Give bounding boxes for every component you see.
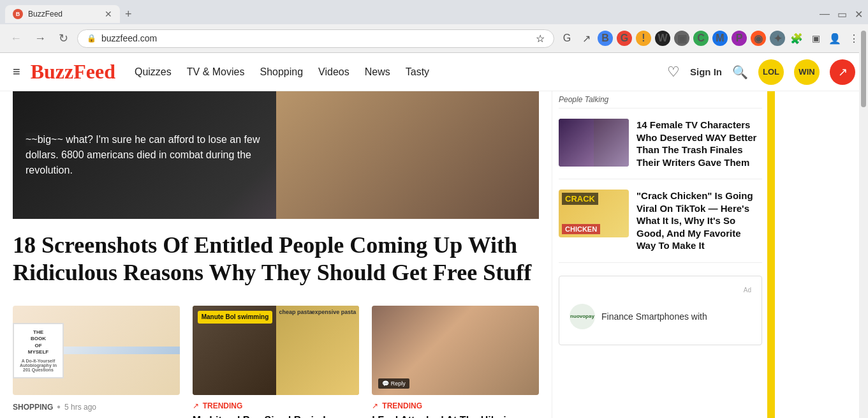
article-card-image-3: 💬 Reply (372, 306, 539, 395)
win-badge[interactable]: WIN (794, 59, 820, 85)
address-input[interactable] (101, 33, 531, 43)
ad-text: Finance Smartphones with (601, 311, 707, 322)
browser-extensions: G ↗ B G ! W ▣ C M P ◉ ✦ 🧩 ▣ 👤 ⋮ (559, 31, 862, 46)
search-icon[interactable]: 🔍 (732, 64, 748, 80)
article-card-meta-1: Shopping • 5 hrs ago (13, 401, 180, 413)
window-close-button[interactable]: ✕ (855, 8, 863, 20)
nav-tasty[interactable]: Tasty (406, 66, 429, 78)
profile-icon[interactable]: 👤 (827, 31, 842, 46)
browser-chrome: B BuzzFeed ✕ + — ▭ ✕ ← → ↻ 🔒 ☆ G ↗ B G !… (0, 0, 868, 53)
book-cover-placeholder: THEBOOKOFMYSELF A Do-It-Yourself Autobio… (13, 323, 64, 378)
overlay-manute: Manute Bol swimming (198, 311, 273, 324)
hero-image: ~~big~~ what? I'm sure he can afford to … (13, 91, 539, 219)
article-card-3: 💬 Reply ↗ Trending I Feel Attacked At Th… (372, 306, 539, 418)
nav-right: ♡ Sign In 🔍 LOL WIN ↗ (667, 59, 855, 85)
article-card-image-1: THEBOOKOFMYSELF A Do-It-Yourself Autobio… (13, 306, 180, 395)
reload-button[interactable]: ↻ (55, 29, 72, 48)
ext-icon-5[interactable]: W (655, 31, 670, 46)
ext-icon-11[interactable]: ✦ (770, 31, 785, 46)
main-layout: ~~big~~ what? I'm sure he can afford to … (0, 91, 868, 418)
ad-logo-text: nuovopay (570, 313, 594, 319)
ext-icon-8[interactable]: M (712, 31, 728, 46)
sidebar-title-chicken: "Crack Chicken" Is Going Viral On TikTok… (636, 190, 762, 252)
ext-icon-12[interactable]: ▣ (808, 31, 823, 46)
article-category-2: Trending (203, 401, 243, 410)
content-area: ~~big~~ what? I'm sure he can afford to … (0, 91, 552, 418)
expensive-pasta-label: expensive pasta (312, 309, 357, 315)
sidebar: People Talking 14 Female TV Characters W… (552, 91, 769, 418)
back-button[interactable]: ← (6, 29, 26, 48)
browser-titlebar: B BuzzFeed ✕ + — ▭ ✕ (0, 0, 868, 24)
article-title-3[interactable]: I Feel Attacked At The Hilarious Accurac… (372, 414, 539, 418)
strikethrough-text: ~~big~~ (26, 133, 63, 146)
main-article-title[interactable]: 18 Screenshots Of Entitled People Coming… (13, 219, 539, 299)
cheap-pasta-label: cheap pasta (279, 309, 313, 315)
ad-content: nuovopay Finance Smartphones with (570, 299, 751, 334)
article-card-1: THEBOOKOFMYSELF A Do-It-Yourself Autobio… (13, 306, 180, 418)
favorites-heart-icon[interactable]: ♡ (667, 64, 680, 80)
google-icon[interactable]: G (559, 31, 575, 46)
nav-shopping[interactable]: Shopping (260, 66, 303, 78)
swimming-image: Manute Bol swimming (193, 306, 276, 395)
nav-news[interactable]: News (365, 66, 390, 78)
sidebar-thumb-tv (559, 119, 629, 167)
article-category-1: Shopping (13, 403, 53, 412)
new-tab-button[interactable]: + (120, 8, 137, 20)
scrollbar[interactable] (859, 24, 868, 418)
face-placeholder (276, 91, 540, 219)
scrollbar-thumb[interactable] (861, 31, 866, 107)
puzzle-icon[interactable]: 🧩 (789, 31, 804, 46)
sidebar-thumb-chicken: CRACK CHICKEN (559, 190, 629, 237)
meta-dot-1: • (57, 401, 61, 413)
trending-icon-3: ↗ (372, 401, 378, 410)
site-logo[interactable]: BuzzFeed (31, 60, 115, 84)
nav-links: Quizzes TV & Movies Shopping Videos News… (135, 66, 667, 78)
tab-close-button[interactable]: ✕ (105, 9, 112, 19)
nav-videos[interactable]: Videos (318, 66, 349, 78)
site-nav: ≡ BuzzFeed Quizzes TV & Movies Shopping … (0, 53, 868, 91)
article-card-2: Manute Bol swimming cheap pasta expensiv… (193, 306, 360, 418)
nav-tv-movies[interactable]: TV & Movies (187, 66, 245, 78)
crack-label: CRACK (562, 193, 598, 205)
sign-in-link[interactable]: Sign In (690, 66, 722, 77)
ext-icon-2[interactable]: B (598, 31, 613, 46)
forward-button[interactable]: → (31, 29, 50, 48)
window-maximize-button[interactable]: ▭ (837, 8, 847, 20)
page-wrapper: ≡ BuzzFeed Quizzes TV & Movies Shopping … (0, 53, 868, 418)
address-bar[interactable]: 🔒 ☆ (77, 29, 554, 48)
ad-label: Ad (570, 287, 751, 294)
hero-image-bg: ~~big~~ what? I'm sure he can afford to … (13, 91, 539, 219)
article-title-2[interactable]: My Literal Pea-Sized Brain Is Blown Afte… (193, 414, 360, 418)
lol-badge[interactable]: LOL (758, 59, 784, 85)
article-card-meta-3: ↗ Trending (372, 401, 539, 410)
card1-bg-right (64, 347, 180, 354)
pasta-image: cheap pasta expensive pasta (276, 306, 360, 395)
tv-thumb-left (559, 119, 594, 167)
ext-icon-4[interactable]: ! (636, 31, 651, 46)
tab-title: BuzzFeed (28, 10, 99, 19)
sidebar-item-tv-characters[interactable]: 14 Female TV Characters Who Deserved WAY… (559, 108, 762, 179)
ext-icon-9[interactable]: P (732, 31, 747, 46)
ext-icon-10[interactable]: ◉ (751, 31, 766, 46)
tab-favicon: B (13, 9, 23, 19)
article-category-3: Trending (382, 401, 422, 410)
chicken-label: CHICKEN (562, 224, 600, 234)
ext-icon-7[interactable]: C (693, 31, 709, 46)
article-card-meta-2: ↗ Trending (193, 401, 360, 410)
trending-badge[interactable]: ↗ (830, 59, 855, 85)
advertisement: Ad nuovopay Finance Smartphones with (559, 276, 762, 345)
article-time-1: 5 hrs ago (64, 403, 96, 412)
bookmark-icon[interactable]: ☆ (536, 33, 545, 45)
nav-quizzes[interactable]: Quizzes (135, 66, 172, 78)
sidebar-title-tv: 14 Female TV Characters Who Deserved WAY… (636, 119, 762, 168)
hamburger-menu[interactable]: ≡ (13, 64, 20, 79)
sidebar-people-talking: People Talking (559, 91, 762, 108)
ext-icon-1[interactable]: ↗ (578, 31, 594, 46)
articles-grid: THEBOOKOFMYSELF A Do-It-Yourself Autobio… (13, 306, 539, 418)
sidebar-item-crack-chicken[interactable]: CRACK CHICKEN "Crack Chicken" Is Going V… (559, 179, 762, 263)
ext-icon-6[interactable]: ▣ (674, 31, 689, 46)
ext-icon-3[interactable]: G (617, 31, 632, 46)
video-reply-overlay: 💬 Reply (378, 378, 409, 389)
browser-tab-active[interactable]: B BuzzFeed ✕ (5, 5, 120, 23)
window-minimize-button[interactable]: — (820, 8, 830, 20)
